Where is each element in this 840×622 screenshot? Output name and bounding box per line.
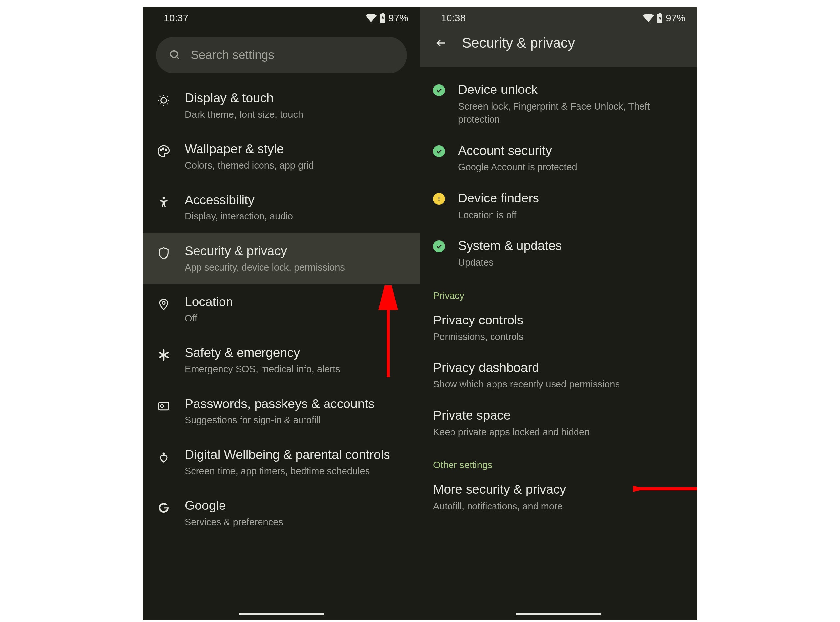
search-placeholder: Search settings — [191, 48, 274, 62]
item-title: Location — [185, 294, 413, 310]
privacy-sub: Permissions, controls — [433, 330, 684, 343]
section-label-privacy: Privacy — [420, 277, 697, 304]
svg-point-9 — [161, 405, 163, 407]
privacy-item-controls[interactable]: Privacy controls Permissions, controls — [420, 304, 697, 351]
sec-sub: Updates — [458, 256, 684, 269]
brightness-icon — [156, 93, 172, 108]
svg-point-7 — [162, 302, 165, 305]
sec-title: Account security — [458, 142, 684, 159]
svg-point-13 — [439, 200, 440, 201]
security-privacy-screen: 10:38 97% Security & privacy Device unlo… — [420, 6, 697, 620]
item-subtitle: Services & preferences — [185, 515, 413, 529]
settings-item-wellbeing[interactable]: Digital Wellbeing & parental controls Sc… — [143, 437, 420, 488]
page-title: Security & privacy — [462, 35, 575, 51]
item-title: Safety & emergency — [185, 345, 413, 361]
status-right: 97% — [366, 12, 408, 24]
svg-rect-12 — [439, 197, 440, 200]
sec-item-system-updates[interactable]: System & updates Updates — [420, 229, 697, 277]
privacy-item-dashboard[interactable]: Privacy dashboard Show which apps recent… — [420, 351, 697, 399]
google-icon — [156, 500, 172, 516]
arrow-back-icon — [434, 37, 448, 50]
search-settings[interactable]: Search settings — [156, 37, 407, 73]
status-warning-icon — [433, 193, 445, 205]
item-title: Google — [185, 497, 413, 514]
sec-item-account-security[interactable]: Account security Google Account is prote… — [420, 134, 697, 182]
privacy-item-private-space[interactable]: Private space Keep private apps locked a… — [420, 399, 697, 447]
sec-title: System & updates — [458, 237, 684, 255]
section-label-other: Other settings — [420, 447, 697, 473]
status-bar: 10:38 97% — [420, 6, 697, 27]
battery-pct: 97% — [389, 12, 408, 24]
svg-point-3 — [160, 149, 162, 151]
settings-item-accessibility[interactable]: Accessibility Display, interaction, audi… — [143, 182, 420, 233]
item-subtitle: Display, interaction, audio — [185, 210, 413, 223]
settings-item-google[interactable]: Google Services & preferences — [143, 488, 420, 538]
status-right: 97% — [643, 12, 686, 24]
accessibility-icon — [156, 195, 172, 210]
item-title: Display & touch — [185, 90, 413, 107]
shield-icon — [156, 245, 172, 261]
location-icon — [156, 296, 172, 312]
key-icon — [156, 398, 172, 414]
settings-item-security-privacy[interactable]: Security & privacy App security, device … — [143, 233, 420, 284]
svg-point-5 — [165, 149, 167, 150]
sec-item-device-finders[interactable]: Device finders Location is off — [420, 182, 697, 229]
status-ok-icon — [433, 241, 445, 252]
privacy-title: More security & privacy — [433, 481, 684, 499]
privacy-title: Private space — [433, 407, 684, 424]
sec-title: Device finders — [458, 190, 684, 207]
svg-point-4 — [162, 148, 164, 149]
status-bar: 10:37 97% — [143, 6, 420, 27]
sec-sub: Screen lock, Fingerprint & Face Unlock, … — [458, 100, 684, 126]
item-subtitle: Dark theme, font size, touch — [185, 108, 413, 121]
status-ok-icon — [433, 145, 445, 157]
item-title: Wallpaper & style — [185, 141, 413, 157]
svg-point-6 — [163, 197, 165, 199]
wifi-icon — [366, 14, 377, 22]
status-time: 10:37 — [164, 12, 188, 24]
svg-point-2 — [161, 98, 167, 103]
battery-icon — [379, 13, 386, 23]
sec-item-device-unlock[interactable]: Device unlock Screen lock, Fingerprint &… — [420, 73, 697, 134]
item-subtitle: Off — [185, 312, 413, 325]
item-title: Digital Wellbeing & parental controls — [185, 447, 413, 463]
item-title: Passwords, passkeys & accounts — [185, 396, 413, 412]
privacy-sub: Autofill, notifications, and more — [433, 500, 684, 513]
item-title: Security & privacy — [185, 243, 413, 259]
search-icon — [169, 49, 181, 61]
item-subtitle: Suggestions for sign-in & autofill — [185, 413, 413, 427]
status-time: 10:38 — [441, 12, 466, 24]
sec-sub: Google Account is protected — [458, 160, 684, 174]
svg-line-1 — [177, 57, 179, 59]
settings-item-display[interactable]: Display & touch Dark theme, font size, t… — [143, 80, 420, 131]
nav-bar[interactable] — [516, 613, 601, 616]
item-subtitle: Colors, themed icons, app grid — [185, 159, 413, 172]
wifi-icon — [643, 14, 654, 22]
sec-title: Device unlock — [458, 81, 684, 98]
svg-point-10 — [163, 453, 165, 454]
item-subtitle: Emergency SOS, medical info, alerts — [185, 363, 413, 376]
settings-item-passwords[interactable]: Passwords, passkeys & accounts Suggestio… — [143, 386, 420, 437]
privacy-title: Privacy dashboard — [433, 359, 684, 377]
nav-bar[interactable] — [239, 613, 324, 616]
other-item-more-security[interactable]: More security & privacy Autofill, notifi… — [420, 473, 697, 521]
back-button[interactable] — [433, 35, 449, 51]
battery-icon — [657, 13, 663, 23]
privacy-title: Privacy controls — [433, 312, 684, 329]
settings-item-wallpaper[interactable]: Wallpaper & style Colors, themed icons, … — [143, 131, 420, 182]
wellbeing-icon — [156, 449, 172, 465]
privacy-sub: Show which apps recently used permission… — [433, 378, 684, 391]
sec-sub: Location is off — [458, 208, 684, 222]
battery-pct: 97% — [666, 12, 686, 24]
item-subtitle: Screen time, app timers, bedtime schedul… — [185, 465, 413, 478]
svg-point-0 — [171, 51, 177, 58]
settings-item-location[interactable]: Location Off — [143, 284, 420, 335]
settings-screen: 10:37 97% Search settings Display & touc… — [143, 6, 420, 620]
settings-item-safety[interactable]: Safety & emergency Emergency SOS, medica… — [143, 335, 420, 386]
status-ok-icon — [433, 84, 445, 96]
palette-icon — [156, 143, 172, 159]
item-subtitle: App security, device lock, permissions — [185, 261, 413, 274]
item-title: Accessibility — [185, 192, 413, 209]
privacy-sub: Keep private apps locked and hidden — [433, 425, 684, 439]
asterisk-icon — [156, 347, 172, 363]
